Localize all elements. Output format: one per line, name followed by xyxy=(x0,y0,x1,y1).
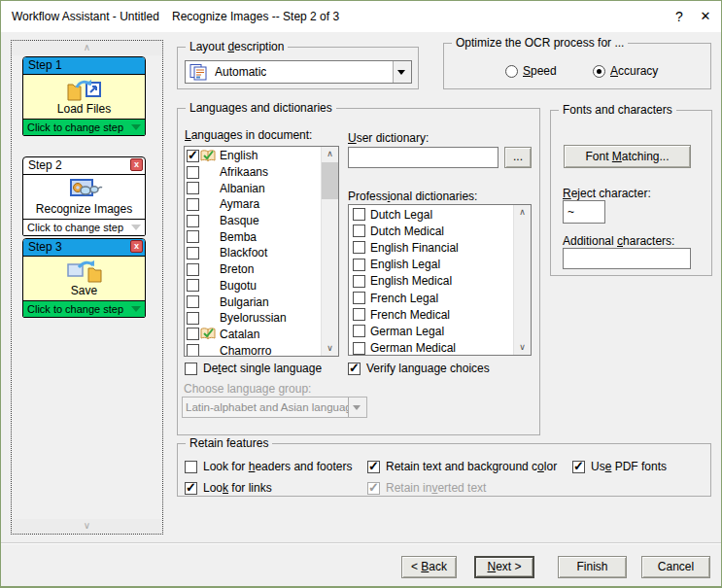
language-checkbox[interactable] xyxy=(187,328,199,340)
language-row[interactable]: Catalan xyxy=(185,327,322,343)
language-checkbox[interactable] xyxy=(187,215,199,227)
step-change-bar[interactable]: Click to change step xyxy=(23,301,145,317)
language-checkbox[interactable] xyxy=(187,295,199,308)
dictionary-checkbox[interactable] xyxy=(353,342,365,355)
font-matching-button[interactable]: Font Matching... xyxy=(564,145,691,168)
professional-dictionary-row[interactable]: English Medical xyxy=(349,273,514,290)
dictionary-checkbox[interactable] xyxy=(353,241,365,254)
dictionary-checkbox[interactable] xyxy=(353,308,365,321)
scroll-down-icon[interactable]: ∨ xyxy=(12,519,162,534)
look-for-links-checkbox[interactable]: Look for links xyxy=(185,481,272,495)
back-button[interactable]: < Back xyxy=(401,556,457,578)
verify-language-choices-checkbox[interactable]: Verify language choices xyxy=(348,362,490,375)
language-row[interactable]: Chamorro xyxy=(185,342,322,357)
dictionary-checkbox[interactable] xyxy=(353,275,365,288)
language-row[interactable]: English xyxy=(185,148,322,164)
scroll-up-icon[interactable]: ∧ xyxy=(12,41,162,55)
professional-dictionary-row[interactable]: Dutch Legal xyxy=(349,206,514,223)
checkbox-icon[interactable] xyxy=(367,461,380,473)
language-row[interactable]: Afrikaans xyxy=(185,164,322,181)
retain-text-bg-color-checkbox[interactable]: Retain text and background color xyxy=(367,460,557,473)
language-row[interactable]: Aymara xyxy=(185,196,322,213)
dictionary-checkbox[interactable] xyxy=(353,208,365,221)
browse-button[interactable]: ... xyxy=(504,147,532,168)
step-card-load-files[interactable]: Step 1 Load Files Click to change step xyxy=(22,56,146,136)
language-checkbox[interactable] xyxy=(187,344,199,357)
use-pdf-fonts-checkbox[interactable]: Use PDF fonts xyxy=(572,460,667,473)
cancel-button[interactable]: Cancel xyxy=(641,556,710,578)
radio-icon[interactable] xyxy=(505,65,518,78)
language-checkbox[interactable] xyxy=(187,230,199,243)
finish-button[interactable]: Finish xyxy=(558,556,627,578)
checkbox-icon[interactable] xyxy=(185,482,197,495)
radio-accuracy[interactable]: Accuracy xyxy=(593,64,658,78)
scrollbar-thumb[interactable] xyxy=(322,162,338,199)
next-button[interactable]: Next > xyxy=(474,556,534,578)
language-checkbox[interactable] xyxy=(187,166,199,179)
professional-dictionaries-list[interactable]: Dutch Legal Dutch Medical English Financ… xyxy=(348,204,532,356)
user-dictionary-input[interactable] xyxy=(348,147,499,168)
professional-dictionary-row[interactable]: English Legal xyxy=(349,257,514,273)
professional-dictionary-row[interactable]: German Legal xyxy=(349,323,514,339)
step-label: Recognize Images xyxy=(23,203,145,216)
combo-dropdown-button[interactable] xyxy=(393,61,411,83)
languages-scrollbar[interactable]: ∧ ∨ xyxy=(321,147,338,356)
headers-footers-checkbox[interactable]: Look for headers and footers xyxy=(185,460,352,473)
step-body[interactable]: Recognize Images xyxy=(23,174,145,220)
language-row[interactable]: Basque xyxy=(185,213,322,229)
professional-dictionary-row[interactable]: French Medical xyxy=(349,306,514,323)
radio-icon[interactable] xyxy=(593,65,605,78)
radio-speed[interactable]: Speed xyxy=(505,64,557,78)
language-checkbox[interactable] xyxy=(187,263,199,276)
scroll-down-icon[interactable]: ∨ xyxy=(514,340,531,355)
language-row[interactable]: Bemba xyxy=(185,228,322,245)
language-row[interactable]: Byelorussian xyxy=(185,310,322,327)
language-checkbox[interactable] xyxy=(187,312,199,325)
professional-dictionary-row[interactable]: Dutch Medical xyxy=(349,223,514,239)
language-row[interactable]: Albanian xyxy=(185,180,322,196)
checkbox-icon[interactable] xyxy=(572,461,585,473)
language-row[interactable]: Blackfoot xyxy=(185,245,322,261)
step-body[interactable]: Load Files xyxy=(23,74,145,120)
reject-character-input[interactable] xyxy=(563,200,605,224)
step-change-bar[interactable]: Click to change step xyxy=(23,120,145,135)
dictionary-checkbox[interactable] xyxy=(353,325,365,337)
step-card-save[interactable]: Step 3 x Save Click to change step xyxy=(22,238,146,318)
languages-list[interactable]: English Afrikaans xyxy=(184,146,339,357)
detect-single-language-checkbox[interactable]: Detect single language xyxy=(185,362,322,375)
language-row[interactable]: Bulgarian xyxy=(185,294,322,310)
professional-dictionary-row[interactable]: German Medical xyxy=(349,340,514,357)
checkbox-icon[interactable] xyxy=(185,461,197,473)
combo-value: Latin-alphabet and Asian languages xyxy=(186,398,349,417)
dictionary-label: French Medical xyxy=(370,308,450,322)
language-checkbox[interactable] xyxy=(187,150,199,162)
professional-dictionary-row[interactable]: English Financial xyxy=(349,239,514,256)
additional-characters-input[interactable] xyxy=(563,248,691,269)
checkbox-icon[interactable] xyxy=(185,363,197,375)
language-row[interactable]: Breton xyxy=(185,261,322,278)
dictionary-checkbox[interactable] xyxy=(353,259,365,271)
scroll-down-icon[interactable]: ∨ xyxy=(322,341,338,356)
language-checkbox[interactable] xyxy=(187,182,199,194)
layout-description-combobox[interactable]: Automatic xyxy=(185,60,412,84)
step-close-icon[interactable]: x xyxy=(130,158,143,171)
professional-dictionary-row[interactable]: French Legal xyxy=(349,290,514,306)
help-button[interactable]: ? xyxy=(669,6,690,27)
scroll-up-icon[interactable]: ∧ xyxy=(514,205,531,220)
language-checkbox[interactable] xyxy=(187,247,199,259)
scroll-up-icon[interactable]: ∧ xyxy=(322,147,338,161)
step-change-bar[interactable]: Click to change step xyxy=(23,220,145,235)
close-button[interactable]: ✕ xyxy=(695,6,716,27)
language-checkbox[interactable] xyxy=(187,198,199,211)
checkbox-icon[interactable] xyxy=(348,363,361,375)
dictionary-checkbox[interactable] xyxy=(353,225,365,237)
language-row[interactable]: Bugotu xyxy=(185,278,322,294)
language-checkbox[interactable] xyxy=(187,279,199,292)
choose-language-group-label: Choose language group: xyxy=(184,382,311,396)
dictionary-checkbox[interactable] xyxy=(353,292,365,304)
step-close-icon[interactable]: x xyxy=(130,240,143,253)
professional-scrollbar[interactable]: ∧ ∨ xyxy=(513,205,531,355)
step-card-recognize-images[interactable]: Step 2 x Recognize Images Click to chang… xyxy=(22,156,146,236)
checkbox-label: Retain inverted text xyxy=(386,481,486,495)
step-body[interactable]: Save xyxy=(23,256,145,301)
